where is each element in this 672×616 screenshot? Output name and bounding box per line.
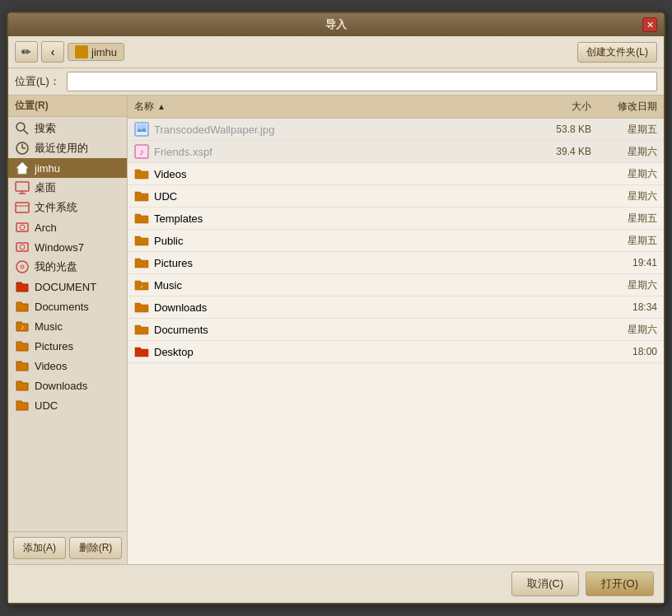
folder-icon [134,211,149,226]
back-button[interactable]: ‹ [41,41,64,63]
file-date: 18:00 [598,344,664,359]
open-button[interactable]: 打开(O) [586,572,654,596]
col-name-header[interactable]: 名称 ▲ [128,98,532,115]
sidebar-item-document[interactable]: DOCUMENT [8,277,127,296]
table-row[interactable]: Documents 星期六 [128,319,664,341]
sidebar-item-recent[interactable]: 最近使用的 [8,138,127,158]
sidebar-item-windows7-label: Windows7 [35,241,84,254]
downloads-folder-icon [15,378,30,393]
toolbar: ✏ ‹ jimhu 创建文件夹(L) [8,36,664,68]
title-bar: 导入 ✕ [8,13,664,36]
svg-line-1 [24,130,28,134]
footer: 取消(C) 打开(O) [8,564,664,603]
col-size-header[interactable]: 大小 [532,98,598,115]
table-row[interactable]: ♪ Friends.xspf 39.4 KB 星期六 [128,141,664,163]
file-date: 星期五 [598,232,664,250]
file-list-header: 名称 ▲ 大小 修改日期 [128,96,664,119]
location-name: jimhu [91,46,117,58]
sidebar-item-search[interactable]: 搜索 [8,119,127,138]
table-row[interactable]: Downloads 18:34 [128,296,664,319]
location-folder-icon [75,45,88,58]
sidebar-item-udc[interactable]: UDC [8,395,127,415]
location-input[interactable] [67,72,657,91]
col-date-header[interactable]: 修改日期 [598,98,664,115]
sidebar-item-music-label: Music [35,320,63,333]
file-size: 53.8 KB [532,122,598,137]
folder-icon [134,300,149,315]
location-bar: 位置(L)： [8,68,664,95]
svg-point-0 [16,123,25,131]
table-row[interactable]: Public 星期五 [128,230,664,252]
table-row[interactable]: ♪ Music 星期六 [128,274,664,296]
file-date: 星期五 [598,210,664,227]
table-row[interactable]: Pictures 19:41 [128,252,664,274]
sidebar-item-pictures-label: Pictures [35,340,73,352]
table-row[interactable]: Templates 星期五 [128,208,664,230]
file-name-cell: Videos [128,165,532,183]
file-date: 星期六 [598,277,664,294]
dialog-title: 导入 [325,17,347,32]
sidebar-list: 搜索 最近使用的 jimhu [8,117,127,531]
folder-icon [134,189,149,203]
file-date: 18:34 [598,300,664,315]
sidebar-item-downloads-label: Downloads [35,380,87,392]
sidebar-item-pictures[interactable]: Pictures [8,336,127,356]
table-row[interactable]: Videos 星期六 [128,163,664,185]
table-row[interactable]: UDC 星期六 [128,185,664,208]
location-label: 位置(L)： [15,74,60,89]
videos-folder-icon [15,358,30,373]
file-name: Music [154,279,182,292]
svg-point-14 [20,245,25,250]
sidebar-item-jimhu[interactable]: jimhu [8,158,127,178]
file-list[interactable]: TranscodedWallpaper.jpg 53.8 KB 星期五 ♪ Fr… [128,119,664,564]
file-name-cell: Downloads [128,298,532,316]
sidebar-item-videos[interactable]: Videos [8,356,127,376]
svg-rect-6 [16,182,29,191]
file-date: 星期六 [598,143,664,161]
sidebar-item-music[interactable]: ♪ Music [8,316,127,336]
current-location-chip[interactable]: jimhu [68,43,124,61]
edit-icon: ✏ [21,45,31,58]
file-date: 星期六 [598,188,664,205]
add-button[interactable]: 添加(A) [13,537,66,559]
sidebar-item-arch[interactable]: Arch [8,217,127,237]
file-name-cell: ♪ Friends.xspf [128,142,532,161]
file-name-cell: Documents [128,320,532,338]
sidebar-item-desktop[interactable]: 桌面 [8,178,127,198]
table-row[interactable]: TranscodedWallpaper.jpg 53.8 KB 星期五 [128,119,664,141]
file-name-cell: Templates [128,209,532,227]
file-size [532,350,598,353]
file-name: Public [154,235,183,247]
svg-point-12 [20,225,25,230]
sidebar-item-documents[interactable]: Documents [8,296,127,316]
remove-button[interactable]: 删除(R) [69,537,122,559]
main-area: 位置(R) 搜索 最近使用的 [8,95,664,564]
sidebar-item-desktop-label: 桌面 [35,180,56,195]
cancel-button[interactable]: 取消(C) [511,572,579,596]
search-icon [15,121,30,136]
file-name: Pictures [154,257,193,269]
file-name: UDC [154,190,177,203]
sidebar-item-downloads[interactable]: Downloads [8,376,127,395]
svg-rect-9 [16,203,29,212]
music-folder-icon: ♪ [15,319,30,334]
sidebar-item-mydisc[interactable]: 我的光盘 [8,257,127,277]
svg-text:♪: ♪ [21,324,24,331]
windows7-icon [15,240,30,254]
create-folder-button[interactable]: 创建文件夹(L) [577,42,657,63]
pictures-folder-icon [15,338,30,353]
disc-icon [15,259,30,274]
svg-point-15 [16,261,28,273]
svg-text:♪: ♪ [140,283,143,289]
edit-button[interactable]: ✏ [15,41,38,63]
table-row[interactable]: Desktop 18:00 [128,341,664,363]
folder-icon [134,233,149,248]
sidebar-item-windows7[interactable]: Windows7 [8,237,127,257]
file-size [532,172,598,175]
file-name: Friends.xspf [154,146,212,158]
close-button[interactable]: ✕ [642,17,657,32]
file-name-cell: TranscodedWallpaper.jpg [128,120,532,138]
file-date: 星期六 [598,321,664,338]
file-date: 星期五 [598,121,664,138]
sidebar-item-filesystem[interactable]: 文件系统 [8,198,127,217]
